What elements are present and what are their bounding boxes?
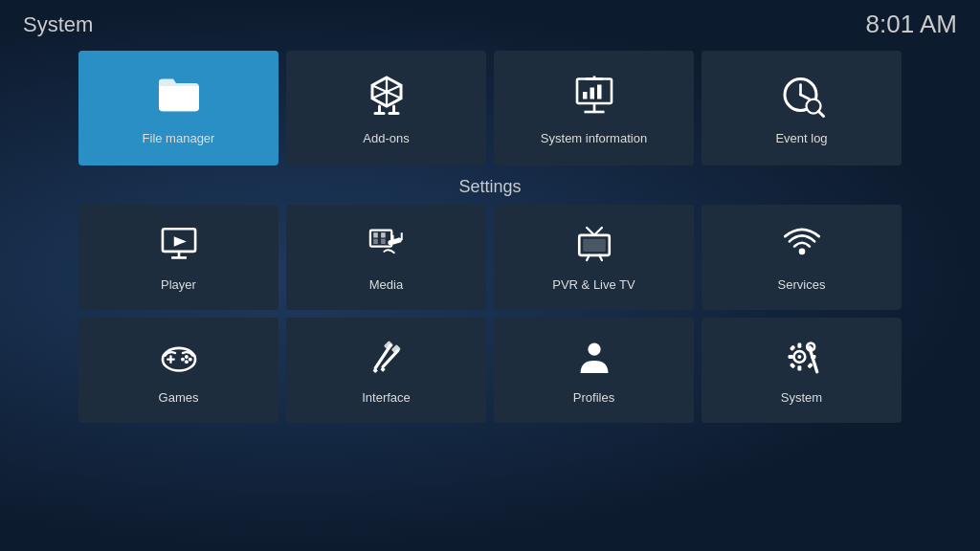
svg-rect-59 xyxy=(788,355,792,359)
tile-media-label: Media xyxy=(369,277,403,292)
tile-games[interactable]: Games xyxy=(78,318,278,423)
tile-pvr-live-tv[interactable]: PVR & Live TV xyxy=(494,205,694,310)
interface-icon xyxy=(367,337,407,383)
tile-file-manager[interactable]: File manager xyxy=(78,51,278,165)
svg-rect-29 xyxy=(381,238,386,243)
svg-rect-53 xyxy=(390,344,400,354)
settings-label: Settings xyxy=(0,177,980,197)
tile-services-label: Services xyxy=(778,277,826,292)
tile-system-label: System xyxy=(781,390,822,405)
svg-rect-9 xyxy=(583,92,588,99)
svg-marker-52 xyxy=(380,366,385,371)
main-page: System 8:01 AM File manager xyxy=(0,0,980,551)
event-log-icon xyxy=(779,72,825,123)
media-icon xyxy=(367,224,407,270)
svg-rect-11 xyxy=(597,84,602,99)
svg-rect-57 xyxy=(797,342,801,347)
page-title: System xyxy=(23,12,93,37)
svg-point-54 xyxy=(588,342,600,355)
svg-point-47 xyxy=(180,357,184,361)
svg-point-46 xyxy=(184,360,188,364)
tile-player[interactable]: Player xyxy=(78,205,278,310)
system-info-icon xyxy=(571,72,617,123)
tile-add-ons-label: Add-ons xyxy=(363,131,409,145)
tile-player-label: Player xyxy=(161,277,196,292)
svg-point-56 xyxy=(797,355,801,359)
folder-icon xyxy=(156,72,202,123)
svg-point-44 xyxy=(184,355,188,359)
tile-interface-label: Interface xyxy=(362,390,411,405)
topbar: System 8:01 AM xyxy=(0,0,980,45)
services-icon xyxy=(782,224,822,270)
svg-rect-50 xyxy=(383,341,392,350)
pvr-icon xyxy=(574,224,614,270)
svg-marker-22 xyxy=(173,236,186,247)
svg-rect-27 xyxy=(381,232,386,237)
settings-row-2: Games Interface xyxy=(0,318,980,423)
svg-rect-28 xyxy=(373,238,378,243)
tile-file-manager-label: File manager xyxy=(143,131,215,145)
games-icon xyxy=(159,337,199,383)
settings-section: Settings Player xyxy=(0,177,980,551)
clock: 8:01 AM xyxy=(866,10,957,39)
top-row: File manager Add-ons xyxy=(0,51,980,165)
svg-line-20 xyxy=(818,111,823,116)
addons-icon xyxy=(364,72,410,123)
svg-rect-26 xyxy=(373,232,378,237)
tile-add-ons[interactable]: Add-ons xyxy=(286,51,486,165)
tile-event-log[interactable]: Event log xyxy=(702,51,902,165)
tile-profiles[interactable]: Profiles xyxy=(494,318,694,423)
player-icon xyxy=(159,224,199,270)
tile-interface[interactable]: Interface xyxy=(286,318,486,423)
tile-system[interactable]: System xyxy=(702,318,902,423)
system-icon xyxy=(782,337,822,383)
tile-services[interactable]: Services xyxy=(702,205,902,310)
svg-rect-37 xyxy=(583,238,606,251)
svg-rect-58 xyxy=(797,365,801,370)
tile-media[interactable]: Media xyxy=(286,205,486,310)
svg-rect-62 xyxy=(807,362,813,367)
svg-marker-49 xyxy=(372,367,377,372)
tile-games-label: Games xyxy=(159,390,199,405)
tile-profiles-label: Profiles xyxy=(573,390,614,405)
tile-system-information-label: System information xyxy=(541,131,647,145)
svg-rect-61 xyxy=(789,344,794,350)
settings-row-1: Player xyxy=(0,205,980,310)
svg-rect-10 xyxy=(590,87,594,99)
tile-event-log-label: Event log xyxy=(775,131,827,145)
tile-system-information[interactable]: System information xyxy=(494,51,694,165)
profiles-icon xyxy=(574,337,614,383)
svg-point-40 xyxy=(798,248,805,254)
tile-pvr-live-tv-label: PVR & Live TV xyxy=(552,277,635,292)
svg-point-45 xyxy=(188,357,191,361)
svg-rect-63 xyxy=(789,362,794,367)
svg-line-18 xyxy=(800,95,809,99)
